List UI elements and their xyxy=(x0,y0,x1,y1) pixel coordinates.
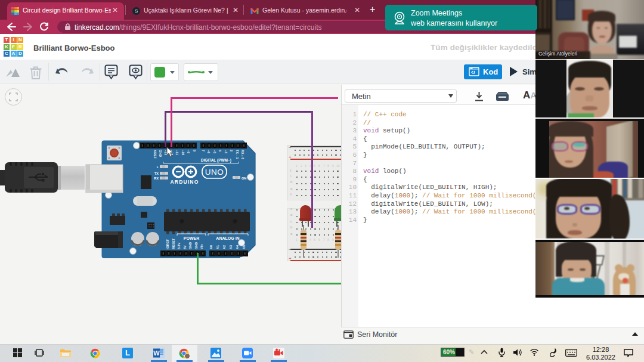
svg-text:DIGITAL (PWM~): DIGITAL (PWM~) xyxy=(201,158,231,163)
svg-text:A1: A1 xyxy=(216,245,219,249)
svg-text:ON: ON xyxy=(242,177,246,180)
svg-text:7: 7 xyxy=(202,150,205,151)
svg-text:POWER: POWER xyxy=(184,236,199,240)
svg-text:3.3V: 3.3V xyxy=(177,242,181,249)
svg-text:GND: GND xyxy=(194,242,198,249)
svg-text:~11: ~11 xyxy=(175,150,179,155)
svg-text:GND: GND xyxy=(188,242,192,249)
svg-text:~10: ~10 xyxy=(181,150,185,155)
svg-text:A5: A5 xyxy=(242,245,246,249)
svg-text:RX: RX xyxy=(154,177,159,180)
svg-text:Vin: Vin xyxy=(200,244,203,249)
svg-text:TX: TX xyxy=(154,172,159,175)
svg-text:~3: ~3 xyxy=(224,150,228,153)
svg-text:~9: ~9 xyxy=(187,150,190,153)
svg-text:2: 2 xyxy=(230,150,233,151)
svg-text:ANALOG IN: ANALOG IN xyxy=(216,236,239,240)
svg-text:ARDUINO: ARDUINO xyxy=(170,179,199,185)
svg-text:A3: A3 xyxy=(229,245,233,249)
svg-text:GND: GND xyxy=(159,150,162,157)
svg-text:AREF: AREF xyxy=(153,150,157,159)
svg-text:RESET: RESET xyxy=(172,238,175,249)
svg-text:A0: A0 xyxy=(209,245,213,249)
svg-text:5V: 5V xyxy=(183,245,187,249)
svg-text:8: 8 xyxy=(193,150,196,151)
svg-text:~6: ~6 xyxy=(207,150,210,153)
svg-text:UNO: UNO xyxy=(205,168,224,177)
svg-text:TX→1: TX→1 xyxy=(236,150,239,159)
svg-text:A2: A2 xyxy=(222,245,226,249)
svg-text:RX←0: RX←0 xyxy=(241,150,244,159)
svg-text:A4: A4 xyxy=(236,245,239,249)
svg-text:W: W xyxy=(153,349,160,357)
svg-text:IOREF: IOREF xyxy=(166,239,169,249)
svg-text:~5: ~5 xyxy=(213,150,216,153)
